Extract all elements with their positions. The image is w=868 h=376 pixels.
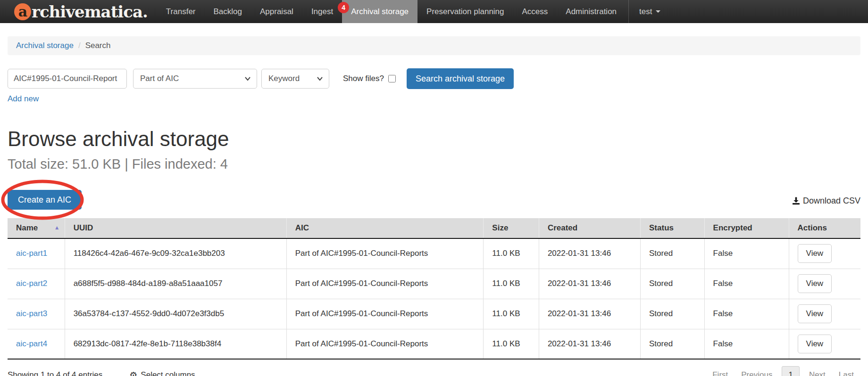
gear-icon: ⚙: [129, 370, 137, 376]
archival-storage-table: Name▲ UUID AIC Size Created Status Encry…: [8, 218, 860, 360]
encrypted-cell: False: [704, 238, 789, 269]
search-form: Part of AIC Keyword Show files? Search a…: [8, 68, 860, 89]
column-header-uuid[interactable]: UUID: [65, 218, 286, 238]
pagination-next[interactable]: Next: [802, 367, 832, 376]
search-query-input[interactable]: [8, 69, 127, 89]
column-header-created[interactable]: Created: [539, 218, 640, 238]
add-new-link[interactable]: Add new: [8, 94, 39, 104]
download-icon: [792, 197, 800, 205]
nav-item-backlog[interactable]: Backlog: [205, 0, 251, 23]
table-row: aic-part3 36a53784-c137-4552-9dd0-4d072e…: [8, 299, 860, 329]
aic-cell: Part of AIC#1995-01-Council-Reports: [286, 238, 484, 269]
aic-cell: Part of AIC#1995-01-Council-Reports: [286, 299, 484, 329]
chevron-down-icon: [244, 75, 251, 82]
pagination-page-1[interactable]: 1: [782, 366, 799, 376]
select-columns-button[interactable]: ⚙ Select columns: [129, 370, 195, 376]
pagination-previous[interactable]: Previous: [734, 367, 779, 376]
uuid-cell: 36a53784-c137-4552-9dd0-4d072e3f3db5: [65, 299, 286, 329]
sort-asc-icon: ▲: [54, 224, 60, 231]
column-header-name[interactable]: Name▲: [8, 218, 65, 238]
caret-down-icon: [656, 10, 660, 13]
breadcrumb: Archival storage / Search: [8, 36, 860, 55]
size-cell: 11.0 KB: [484, 299, 539, 329]
created-cell: 2022-01-31 13:46: [539, 238, 640, 269]
view-button[interactable]: View: [798, 244, 832, 263]
search-field-select[interactable]: Part of AIC: [133, 69, 257, 89]
create-aic-button[interactable]: Create an AIC: [8, 190, 82, 210]
chevron-down-icon: [317, 75, 323, 82]
breadcrumb-separator: /: [78, 41, 81, 50]
table-toolbar: Create an AIC Download CSV: [8, 181, 860, 210]
view-button[interactable]: View: [798, 335, 832, 353]
encrypted-cell: False: [704, 269, 789, 299]
nav-item-preservation-planning[interactable]: Preservation planning: [417, 0, 513, 23]
size-cell: 11.0 KB: [484, 238, 539, 269]
user-menu[interactable]: test: [628, 0, 671, 23]
logo-a-icon: a: [14, 3, 31, 20]
column-header-encrypted[interactable]: Encrypted: [704, 218, 789, 238]
table-header-row: Name▲ UUID AIC Size Created Status Encry…: [8, 218, 860, 238]
size-cell: 11.0 KB: [484, 269, 539, 299]
uuid-cell: 118426c4-42a6-467e-9c09-32ca1e3bb203: [65, 238, 286, 269]
column-header-status[interactable]: Status: [641, 218, 705, 238]
encrypted-cell: False: [704, 299, 789, 329]
view-button[interactable]: View: [798, 304, 832, 323]
table-row: aic-part2 a688f5f5-d988-484d-a189-a8a51a…: [8, 269, 860, 299]
breadcrumb-archival-storage-link[interactable]: Archival storage: [16, 41, 74, 50]
created-cell: 2022-01-31 13:46: [539, 269, 640, 299]
status-cell: Stored: [641, 269, 705, 299]
aip-name-link[interactable]: aic-part4: [16, 339, 47, 348]
search-type-select[interactable]: Keyword: [261, 69, 329, 89]
column-header-size[interactable]: Size: [484, 218, 539, 238]
aip-name-link[interactable]: aic-part1: [16, 249, 47, 258]
table-row: aic-part1 118426c4-42a6-467e-9c09-32ca1e…: [8, 238, 860, 269]
nav-menu: Transfer Backlog Appraisal Ingest 4 Arch…: [157, 0, 626, 23]
nav-item-administration[interactable]: Administration: [557, 0, 626, 23]
table-footer: Showing 1 to 4 of 4 entries ⚙ Select col…: [8, 366, 860, 376]
aip-name-link[interactable]: aic-part3: [16, 309, 47, 318]
ingest-count-badge: 4: [338, 2, 349, 13]
size-cell: 11.0 KB: [484, 329, 539, 359]
aic-cell: Part of AIC#1995-01-Council-Reports: [286, 269, 484, 299]
top-navbar: archivematica. Transfer Backlog Appraisa…: [0, 0, 868, 23]
column-header-aic[interactable]: AIC: [286, 218, 484, 238]
nav-item-archival-storage[interactable]: Archival storage: [342, 0, 417, 23]
status-cell: Stored: [641, 238, 705, 269]
encrypted-cell: False: [704, 329, 789, 359]
pagination-last[interactable]: Last: [832, 367, 860, 376]
showing-entries-text: Showing 1 to 4 of 4 entries: [8, 370, 102, 376]
search-submit-button[interactable]: Search archival storage: [407, 68, 514, 89]
nav-item-appraisal[interactable]: Appraisal: [251, 0, 302, 23]
nav-item-ingest[interactable]: Ingest 4: [302, 0, 342, 23]
storage-summary: Total size: 51.0 KB | Files indexed: 4: [8, 156, 860, 172]
download-csv-link[interactable]: Download CSV: [792, 196, 860, 206]
created-cell: 2022-01-31 13:46: [539, 329, 640, 359]
breadcrumb-current: Search: [85, 41, 111, 50]
show-files-checkbox[interactable]: [388, 75, 396, 82]
created-cell: 2022-01-31 13:46: [539, 299, 640, 329]
pagination: First Previous 1 Next Last: [706, 366, 860, 376]
nav-item-transfer[interactable]: Transfer: [157, 0, 205, 23]
status-cell: Stored: [641, 299, 705, 329]
show-files-label: Show files?: [343, 74, 384, 83]
page-title: Browse archival storage: [8, 127, 860, 151]
nav-item-access[interactable]: Access: [513, 0, 557, 23]
aip-name-link[interactable]: aic-part2: [16, 279, 47, 288]
column-header-actions: Actions: [789, 218, 860, 238]
create-aic-wrap: Create an AIC: [8, 190, 82, 210]
uuid-cell: a688f5f5-d988-484d-a189-a8a51aaa1057: [65, 269, 286, 299]
view-button[interactable]: View: [798, 274, 832, 293]
aic-cell: Part of AIC#1995-01-Council-Reports: [286, 329, 484, 359]
table-row: aic-part4 682913dc-0817-42fe-8e1b-7118e3…: [8, 329, 860, 359]
archivematica-logo[interactable]: archivematica.: [0, 0, 157, 23]
pagination-first[interactable]: First: [706, 367, 734, 376]
status-cell: Stored: [641, 329, 705, 359]
uuid-cell: 682913dc-0817-42fe-8e1b-7118e38b38f4: [65, 329, 286, 359]
